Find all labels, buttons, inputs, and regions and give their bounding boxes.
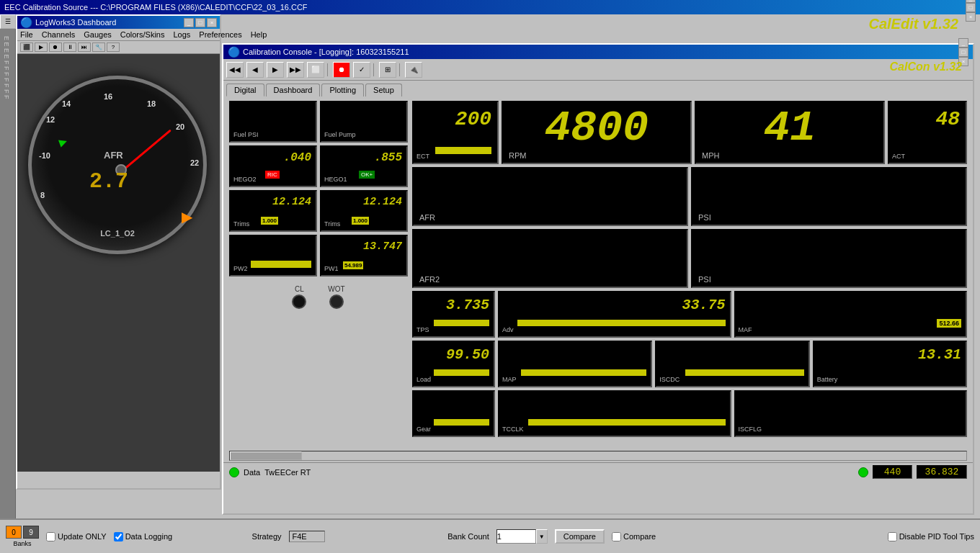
act-label: ACT [892,153,905,160]
data-logging-checkbox[interactable] [114,532,123,541]
fuel-psi-label: Fuel PSI [233,131,259,138]
disable-pid-checkbox[interactable] [888,532,897,541]
bank1-btn[interactable]: 9 [23,526,39,539]
mid-row-2: AFR2 PSI [412,229,967,288]
tab-dashboard[interactable]: Dashboard [266,84,321,96]
menu-help[interactable]: Help [251,30,267,39]
wot-group: WOT [328,285,344,309]
rpm-panel: 4800 RPM [502,101,692,164]
eec-maximize-btn[interactable]: □ [966,3,976,12]
rpm-value: 4800 [545,104,649,153]
lw-tb-btn6[interactable]: 🔧 [92,42,105,52]
trims2-label: Trims [324,220,340,228]
ect-label: ECT [416,153,429,160]
compare-label: Compare [623,532,656,541]
tb-check-btn[interactable]: ✓ [353,62,370,78]
gauge-bottom-label: LC_1_O2 [100,229,135,238]
bank-count-input[interactable] [496,529,536,544]
trims1-label: Trims [233,220,249,228]
lw-tb-btn5[interactable]: ⏭ [78,42,91,52]
tab-setup[interactable]: Setup [365,84,402,96]
bottom-toolbar: 0 9 Banks Update ONLY Data Logging Strat… [0,518,980,553]
tweecerrt-label: TwEECer RT [264,468,854,477]
menu-gauges[interactable]: Gauges [84,30,112,39]
tb-record-btn[interactable]: ⏺ [333,62,350,78]
load-label: Load [416,376,431,383]
bank-buttons: 0 9 [6,526,39,539]
hego1-status: OK+ [359,171,375,179]
tb-stop-btn[interactable]: ⬜ [307,62,324,78]
hego1-label: HEGO1 [324,176,347,183]
tb-usb-btn[interactable]: 🔌 [405,62,422,78]
wot-indicator [329,295,344,309]
menu-channels[interactable]: Channels [42,30,75,39]
gauge-num-10: -10 [39,151,50,160]
psi1-label: PSI [698,213,711,222]
maf-label: MAF [739,326,752,333]
menu-logs[interactable]: Logs [174,30,191,39]
tb-prev-btn[interactable]: ◀ [246,62,264,78]
left-strip: ☰ E E E E F F F F F F F [0,14,16,526]
psi1-panel: PSI [691,167,967,226]
left-strip-icon[interactable]: ☰ [0,14,16,29]
logworks-maximize-btn[interactable]: □ [195,18,205,27]
tb-grid-btn[interactable]: ⊞ [379,62,396,78]
calcon-maximize-btn[interactable]: □ [958,48,968,57]
act-value: 48 [935,108,960,130]
data-logging-group: Data Logging [114,532,172,541]
scrollbar-thumb[interactable] [230,451,302,460]
menu-colors[interactable]: Colors/Skins [120,30,165,39]
update-only-label: Update ONLY [58,532,107,541]
bank-indicator-group: 0 9 Banks [6,526,39,547]
fuel-psi-panel: Fuel PSI [229,101,317,143]
gauge-num-14: 14 [62,99,71,108]
maf-value-box: 512.66 [937,319,961,328]
tab-digital[interactable]: Digital [226,84,264,96]
lw-tb-btn3[interactable]: ⏺ [49,42,62,52]
lw-tb-btn1[interactable]: ⬛ [20,42,33,52]
gauge-afr-label: AFR [104,150,123,161]
pw2-label: PW2 [233,265,248,272]
hego2-value: .040 [284,151,311,164]
fuel-pump-panel: Fuel Pump [320,101,408,143]
gauge-circle: 14 16 18 20 22 12 -10 8 ▶ AFR 2.7 ▶ [28,76,207,254]
afr-panel: AFR [412,167,688,226]
gear-bar [434,419,489,426]
logworks-minimize-btn[interactable]: _ [184,18,194,27]
tb-sep2 [373,63,376,76]
lw-tb-btn2[interactable]: ▶ [35,42,48,52]
lw-tb-btn7[interactable]: ? [107,42,120,52]
tb-fwd-btn[interactable]: ▶▶ [287,62,304,78]
strategy-value: F4E [289,531,325,542]
logworks-close-btn[interactable]: × [207,18,217,27]
cl-wot-area: CL WOT [229,279,408,315]
compare-checkbox[interactable] [612,532,621,541]
calcon-version: CalCon v1.32 [890,60,962,73]
update-only-checkbox[interactable] [46,532,55,541]
lw-tb-btn4[interactable]: ⏸ [63,42,76,52]
gear-panel: Gear [412,390,495,437]
top-display-row: 200 ECT 4800 RPM 41 MPH 48 ACT [412,101,967,164]
menu-preferences[interactable]: Preferences [199,30,241,39]
calcon-minimize-btn[interactable]: _ [958,38,968,48]
trims1-panel: 12.124 Trims 1.000 [229,190,317,232]
pw1-label: PW1 [324,265,339,272]
eec-close-btn[interactable]: × [966,12,976,22]
tab-plotting[interactable]: Plotting [321,84,364,96]
cl-indicator [292,295,306,309]
compare-button[interactable]: Compare [555,529,605,544]
adv-panel: 33.75 Adv [498,291,731,338]
bank0-btn[interactable]: 0 [6,526,22,539]
tps-panel: 3.735 TPS [412,291,495,338]
tb-next-btn[interactable]: ▶ [267,62,284,78]
tb-back-btn[interactable]: ◀◀ [226,62,244,78]
logworks-menubar: File Channels Gauges Colors/Skins Logs P… [17,29,220,41]
adv-label: Adv [502,326,514,333]
calcon-window: 🔵 Calibration Console - [Logging]: 16032… [222,43,974,515]
map-bar [521,369,646,376]
mph-value: 41 [764,104,816,153]
menu-file[interactable]: File [20,30,33,39]
calcon-scrollbar[interactable] [229,451,967,461]
left-strip-letters: E E E E F F F F F F F [0,36,10,99]
bank-count-dropdown[interactable]: ▼ [536,529,548,544]
